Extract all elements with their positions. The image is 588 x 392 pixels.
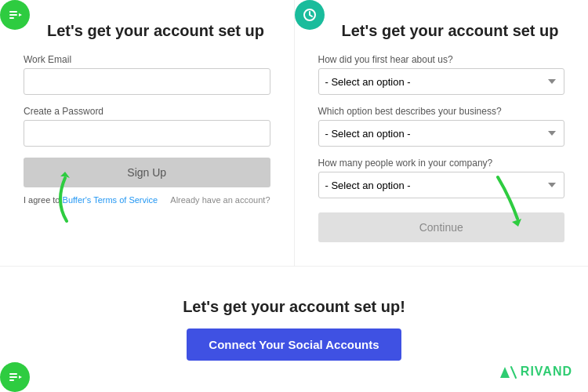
hear-about-label: How did you first hear about us? — [318, 54, 565, 65]
panel-onboarding: Let's get your account set up How did yo… — [295, 0, 589, 266]
signup-button[interactable]: Sign Up — [24, 158, 270, 187]
email-label: Work Email — [24, 54, 270, 65]
connect-social-button[interactable]: Connect Your Social Accounts — [187, 328, 401, 361]
svg-rect-1 — [9, 14, 17, 16]
terms-link[interactable]: Buffer's Terms of Service — [63, 195, 158, 205]
svg-marker-3 — [19, 13, 22, 16]
business-type-select[interactable]: - Select an option - — [318, 120, 565, 147]
panel1-title: Let's get your account set up — [47, 22, 270, 40]
rivand-logo: RIVAND — [499, 364, 572, 379]
panel1-icon — [0, 0, 30, 30]
svg-rect-2 — [9, 17, 14, 19]
company-size-select[interactable]: - Select an option - — [318, 172, 565, 198]
svg-rect-7 — [9, 373, 17, 375]
hear-about-group: How did you first hear about us? - Selec… — [318, 54, 565, 95]
panel2-icon — [295, 0, 325, 30]
rivand-text: RIVAND — [521, 365, 572, 379]
svg-rect-0 — [9, 11, 17, 13]
panel-signup: Let's get your account set up Work Email… — [0, 0, 295, 266]
bottom-title: Let's get your account set up! — [183, 298, 405, 316]
bottom-section: Let's get your account set up! Connect Y… — [0, 267, 588, 392]
already-account: Already have an account? — [170, 195, 270, 205]
svg-rect-9 — [9, 379, 14, 381]
password-group: Create a Password — [24, 106, 270, 147]
hear-about-select[interactable]: - Select an option - — [318, 68, 565, 95]
password-label: Create a Password — [24, 106, 270, 117]
continue-button[interactable]: Continue — [318, 212, 565, 242]
email-input[interactable] — [24, 68, 270, 95]
business-type-label: Which option best describes your busines… — [318, 106, 565, 117]
email-group: Work Email — [24, 54, 270, 95]
footer-links: I agree to Buffer's Terms of Service Alr… — [24, 195, 270, 205]
company-size-label: How many people work in your company? — [318, 158, 565, 169]
panel2-title: Let's get your account set up — [342, 22, 565, 40]
password-input[interactable] — [24, 120, 270, 147]
svg-rect-8 — [9, 376, 17, 378]
company-size-group: How many people work in your company? - … — [318, 158, 565, 198]
left-badge — [0, 362, 30, 392]
business-type-group: Which option best describes your busines… — [318, 106, 565, 147]
terms-text: I agree to Buffer's Terms of Service — [24, 195, 158, 205]
svg-marker-10 — [19, 376, 22, 379]
